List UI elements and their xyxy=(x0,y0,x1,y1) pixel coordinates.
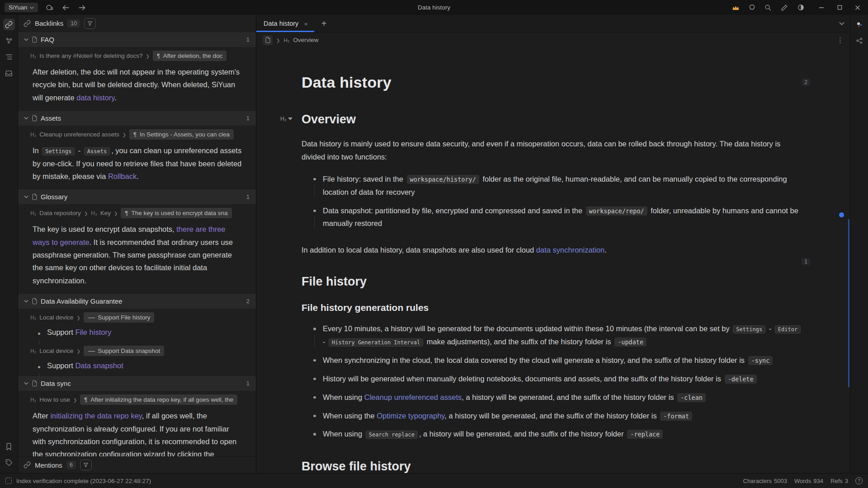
document-icon xyxy=(32,193,38,200)
app-menu-label: SiYuan xyxy=(9,4,27,11)
theme-contrast-icon[interactable] xyxy=(795,2,807,14)
back-icon[interactable] xyxy=(61,3,71,13)
reference-link[interactable]: initializing the data repo key xyxy=(50,412,142,420)
list-item[interactable]: When synchronizing in the cloud, the loc… xyxy=(302,351,802,370)
document-editor[interactable]: Data history H₂ Overview Data history is… xyxy=(256,47,850,473)
outline-icon[interactable] xyxy=(3,51,15,63)
inbox-icon[interactable] xyxy=(3,67,15,79)
block-chip[interactable]: After initializing the data repo key, if… xyxy=(80,394,237,405)
tab-menu-chevron-icon[interactable] xyxy=(839,22,850,25)
graph-network-icon[interactable] xyxy=(854,35,865,47)
block-chip[interactable]: After deletion, the doc xyxy=(153,51,226,61)
edit-pencil-icon[interactable] xyxy=(778,2,790,14)
active-tab-indicator xyxy=(256,31,314,32)
right-dock xyxy=(850,15,868,473)
paragraph[interactable]: In addition to local data history, data … xyxy=(302,244,802,257)
backlink-breadcrumb[interactable]: H₂ Local device Support Data snapshot xyxy=(18,342,256,359)
reference-link[interactable]: data history xyxy=(76,94,114,102)
backlink-breadcrumb[interactable]: H₂ Is there any #Note# for deleting docs… xyxy=(18,47,256,64)
reference-link[interactable]: Rollback xyxy=(108,172,137,180)
backlink-excerpt[interactable]: After initializing the data repo key, if… xyxy=(18,408,256,456)
backlink-breadcrumb[interactable]: H₂ Cleanup unreferenced assets In Settin… xyxy=(18,126,256,142)
block-chip[interactable]: The key is used to encrypt data sna xyxy=(121,208,231,218)
scroll-position-dot[interactable] xyxy=(839,212,844,217)
block-chip[interactable]: Support File history xyxy=(84,312,155,323)
filter-icon[interactable] xyxy=(84,18,96,29)
section-header-faq[interactable]: FAQ 1 xyxy=(18,32,256,47)
list-item[interactable]: Data snapshot: partitioned by file, encr… xyxy=(302,202,802,233)
heading-gutter-toggle[interactable]: H₂ xyxy=(280,116,292,122)
list-item[interactable]: Every 10 minutes, a history will be gene… xyxy=(302,319,802,351)
chevron-right-icon xyxy=(73,397,77,403)
heading-file-history[interactable]: File history xyxy=(302,275,802,289)
block-chip[interactable]: In Settings - Assets, you can clea xyxy=(129,129,234,140)
close-tab-icon[interactable] xyxy=(304,20,307,27)
graph-icon[interactable] xyxy=(3,35,15,47)
document-icon[interactable] xyxy=(263,35,273,45)
close-window-icon[interactable] xyxy=(852,2,863,14)
ref-count-badge[interactable]: 2 xyxy=(802,79,810,86)
backlink-breadcrumb[interactable]: H₂ Data repository H₃ Key The key is use… xyxy=(18,204,256,221)
section-header-data-availability[interactable]: Data Availability Guarantee 2 xyxy=(18,293,256,309)
breadcrumb-heading[interactable]: Overview xyxy=(293,37,318,43)
scrollbar-thumb[interactable] xyxy=(848,219,849,387)
backlink-excerpt[interactable]: In Settings - Assets, you can clean up u… xyxy=(18,142,256,189)
text-segment: File history: saved in the xyxy=(323,175,406,183)
document-icon xyxy=(32,380,38,387)
heading-overview[interactable]: Overview xyxy=(302,113,802,127)
section-header-data-sync[interactable]: Data sync 1 xyxy=(18,375,256,391)
list-item[interactable]: File history: saved in the workspace/his… xyxy=(302,170,802,202)
reference-link[interactable]: Cleanup unreferenced assets xyxy=(364,393,462,401)
app-menu-button[interactable]: SiYuan xyxy=(5,3,38,12)
section-header-glossary[interactable]: Glossary 1 xyxy=(18,189,256,204)
chevron-right-icon xyxy=(146,53,149,59)
forward-icon[interactable] xyxy=(77,3,87,13)
backlink-excerpt[interactable]: Support File history xyxy=(18,325,256,342)
backlink-icon[interactable] xyxy=(3,19,15,30)
new-tab-button[interactable] xyxy=(321,19,327,29)
backlink-excerpt[interactable]: After deletion, the doc will not appear … xyxy=(18,64,256,110)
backlinks-panel-header[interactable]: Backlinks 10 xyxy=(18,15,256,32)
reference-link[interactable]: Optimize typography xyxy=(377,412,444,420)
chevron-right-icon xyxy=(123,131,126,138)
section-header-assets[interactable]: Assets 1 xyxy=(18,110,256,126)
membership-crown-icon[interactable] xyxy=(730,2,741,14)
more-icon[interactable] xyxy=(837,36,844,44)
backlink-excerpt[interactable]: Support Data snapshot xyxy=(18,359,256,375)
ref-count-badge[interactable]: 1 xyxy=(802,258,810,265)
list-item[interactable]: History will be generated when manually … xyxy=(302,370,802,388)
heading-generation-rules[interactable]: File history generation rules xyxy=(302,302,802,313)
search-icon[interactable] xyxy=(762,2,774,14)
backlink-breadcrumb[interactable]: H₂ How to use After initializing the dat… xyxy=(18,391,256,408)
block-chip[interactable]: Support Data snapshot xyxy=(84,346,164,356)
reference-link[interactable]: Data snapshot xyxy=(75,361,123,370)
paragraph[interactable]: Data history is mainly used to ensure da… xyxy=(302,137,802,164)
plugin-icon[interactable] xyxy=(746,2,758,14)
heading-browse-file-history[interactable]: Browse file history xyxy=(302,460,802,473)
statusbar: Index verification complete (2023-06-27 … xyxy=(0,473,868,488)
doc-title[interactable]: Data history xyxy=(302,74,802,91)
dots-cluster-icon[interactable] xyxy=(854,19,865,30)
tag-icon[interactable] xyxy=(3,457,15,469)
filter-icon[interactable] xyxy=(80,460,92,470)
reference-link[interactable]: data synchronization xyxy=(536,246,604,254)
reference-link[interactable]: File history xyxy=(75,328,111,336)
list-item[interactable]: When using Cleanup unreferenced assets, … xyxy=(302,388,802,407)
list-item[interactable]: When using Search replace, a history wil… xyxy=(302,425,802,443)
code-chip: -replace xyxy=(627,430,663,439)
cloud-sync-icon[interactable] xyxy=(44,3,54,13)
bookmark-icon[interactable] xyxy=(3,441,15,452)
maximize-icon[interactable] xyxy=(834,2,845,14)
backlink-excerpt[interactable]: The key is used to encrypt data snapshot… xyxy=(18,221,256,293)
tab-data-history[interactable]: Data history xyxy=(256,15,314,32)
list-item-icon xyxy=(88,347,94,354)
editor-pane: Data history H₂ Overview Data history H₂ xyxy=(256,15,850,473)
minimize-icon[interactable] xyxy=(816,2,827,14)
list-item[interactable]: When using the Optimize typography, a hi… xyxy=(302,407,802,425)
index-status-icon xyxy=(5,478,12,484)
chevron-right-icon xyxy=(84,210,88,216)
characters-count: Characters5003 xyxy=(743,478,788,484)
backlink-breadcrumb[interactable]: H₂ Local device Support File history xyxy=(18,309,256,325)
mentions-panel-header[interactable]: Mentions 6 xyxy=(18,456,256,473)
help-icon[interactable] xyxy=(855,477,863,484)
